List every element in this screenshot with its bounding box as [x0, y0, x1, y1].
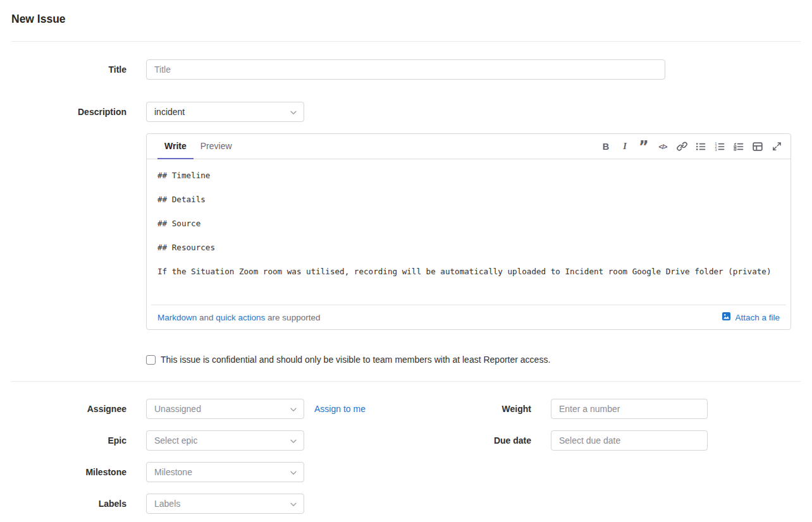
assignee-label: Assignee: [0, 404, 126, 414]
description-row: Description incident: [0, 102, 812, 122]
italic-icon[interactable]: I: [615, 137, 634, 156]
attach-file-button[interactable]: Attach a file: [722, 312, 780, 323]
code-icon[interactable]: </>: [653, 137, 672, 156]
link-icon[interactable]: [672, 137, 691, 156]
chevron-down-icon: [289, 108, 298, 119]
confidential-checkbox[interactable]: [146, 355, 156, 365]
milestone-row: Milestone Milestone: [0, 462, 405, 482]
milestone-value: Milestone: [154, 467, 192, 477]
milestone-select[interactable]: Milestone: [146, 462, 304, 482]
labels-value: Labels: [154, 499, 180, 509]
page-title: New Issue: [11, 13, 801, 26]
description-editor: Write Preview B I ” </> 123: [146, 133, 791, 330]
editor-footer: Markdown and quick actions are supported…: [151, 305, 786, 329]
labels-label: Labels: [0, 499, 126, 509]
assign-to-me-link[interactable]: Assign to me: [314, 404, 366, 414]
description-template-value: incident: [154, 107, 185, 117]
tab-preview[interactable]: Preview: [194, 134, 239, 159]
weight-row: Weight: [405, 399, 812, 419]
chevron-down-icon: [289, 437, 298, 447]
page-header: New Issue: [0, 0, 812, 26]
chevron-down-icon: [289, 500, 298, 511]
bulleted-list-icon[interactable]: [691, 137, 710, 156]
metadata-section: Assignee Unassigned Assign to me Epic Se…: [0, 399, 812, 522]
assignee-row: Assignee Unassigned Assign to me: [0, 399, 405, 419]
bold-icon[interactable]: B: [596, 137, 615, 156]
due-date-label: Due date: [405, 435, 531, 446]
labels-select[interactable]: Labels: [146, 494, 304, 514]
quote-icon[interactable]: ”: [634, 137, 653, 156]
svg-text:3: 3: [715, 147, 717, 151]
assignee-value: Unassigned: [154, 404, 201, 414]
epic-select[interactable]: Select epic: [146, 430, 304, 451]
due-date-row: Due date: [405, 430, 812, 451]
quick-actions-link[interactable]: quick actions: [216, 313, 265, 322]
task-list-icon[interactable]: [729, 137, 748, 156]
title-label: Title: [0, 64, 126, 75]
section-divider: [11, 381, 801, 382]
confidential-row: This issue is confidential and should on…: [146, 355, 812, 365]
epic-row: Epic Select epic: [0, 430, 405, 451]
description-textarea[interactable]: ## Timeline ## Details ## Source ## Reso…: [147, 159, 790, 305]
title-row: Title: [0, 59, 812, 80]
chevron-down-icon: [289, 468, 298, 479]
tab-write[interactable]: Write: [157, 134, 194, 159]
fullscreen-icon[interactable]: [767, 137, 786, 156]
title-input[interactable]: [146, 59, 665, 80]
editor-tabbar: Write Preview B I ” </> 123: [147, 134, 790, 159]
description-label: Description: [0, 107, 126, 117]
epic-label: Epic: [0, 435, 126, 446]
epic-value: Select epic: [154, 435, 197, 446]
attach-file-label: Attach a file: [735, 313, 780, 322]
attach-image-icon: [722, 312, 731, 323]
labels-row: Labels Labels: [0, 494, 405, 514]
numbered-list-icon[interactable]: 123: [710, 137, 729, 156]
assignee-select[interactable]: Unassigned: [146, 399, 304, 419]
markdown-link[interactable]: Markdown: [157, 313, 197, 322]
confidential-label: This issue is confidential and should on…: [161, 355, 550, 365]
milestone-label: Milestone: [0, 467, 126, 477]
editor-toolbar: B I ” </> 123: [596, 134, 790, 159]
header-divider: [11, 41, 801, 42]
chevron-down-icon: [289, 405, 298, 416]
description-template-select[interactable]: incident: [146, 102, 304, 122]
editor-help-text: Markdown and quick actions are supported: [157, 313, 320, 322]
table-icon[interactable]: [748, 137, 767, 156]
due-date-input[interactable]: [551, 430, 708, 451]
weight-input[interactable]: [551, 399, 708, 419]
weight-label: Weight: [405, 404, 531, 414]
